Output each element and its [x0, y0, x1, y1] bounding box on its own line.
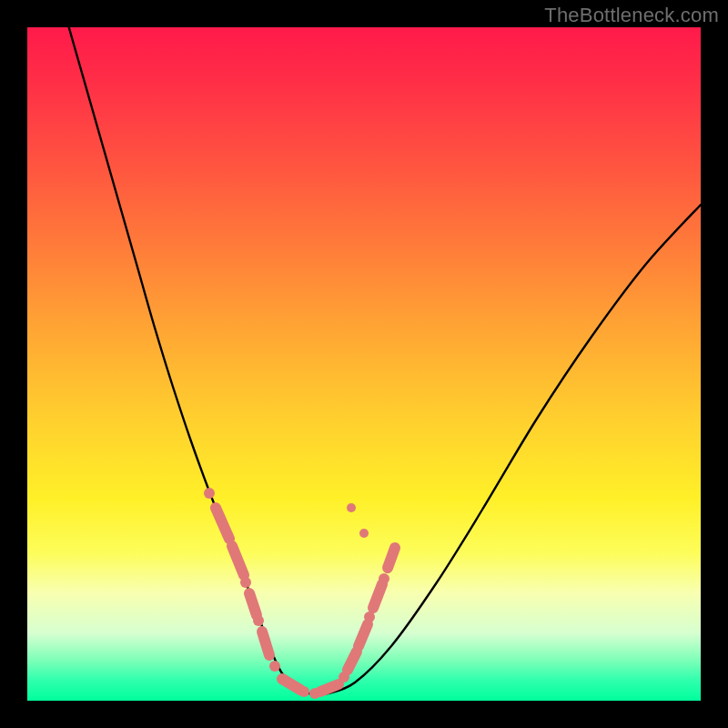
svg-point-9 [298, 686, 309, 697]
svg-line-16 [373, 584, 382, 608]
svg-point-20 [347, 503, 356, 512]
svg-point-17 [379, 573, 389, 584]
svg-point-5 [253, 615, 264, 626]
data-point-dots [204, 488, 395, 699]
svg-line-11 [320, 684, 339, 692]
plot-area [27, 27, 701, 701]
svg-point-19 [359, 529, 369, 538]
watermark-text: TheBottleneck.com [544, 4, 719, 27]
svg-point-0 [204, 488, 215, 499]
svg-line-13 [348, 652, 357, 670]
svg-point-3 [240, 577, 251, 588]
svg-line-6 [262, 632, 269, 655]
svg-line-1 [216, 508, 229, 539]
svg-line-4 [249, 593, 257, 615]
svg-line-8 [282, 679, 300, 690]
curve-layer [27, 27, 701, 701]
svg-line-18 [388, 548, 395, 568]
svg-point-7 [269, 661, 280, 672]
svg-line-14 [359, 624, 368, 646]
svg-line-2 [232, 546, 244, 575]
chart-canvas: TheBottleneck.com [0, 0, 728, 728]
